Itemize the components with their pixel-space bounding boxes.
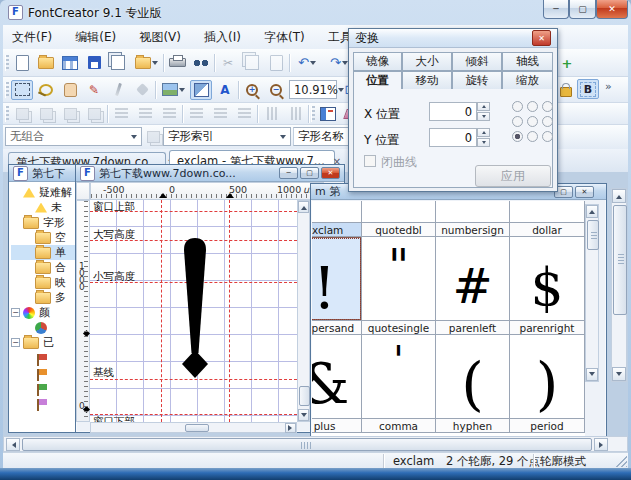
glyph-header-numbersign[interactable]: numbersign (436, 223, 510, 237)
transform-dialog-titlebar[interactable]: 变换 ✕ (349, 29, 557, 48)
anchor-middle-center-radio[interactable] (527, 116, 538, 127)
y-spin-up[interactable] (477, 128, 490, 137)
hscroll-thumb[interactable] (22, 438, 592, 451)
anchor-top-left-radio[interactable] (512, 101, 523, 112)
toggle-contour-button[interactable] (190, 80, 212, 100)
glyph-header-dollar[interactable]: dollar (510, 223, 585, 237)
menu-edit[interactable]: 编辑(E) (66, 25, 125, 50)
lasso-tool-button[interactable] (35, 80, 57, 100)
workspace-vscrollbar[interactable] (611, 188, 627, 382)
vscroll-thumb[interactable] (587, 220, 599, 250)
anchor-bottom-right-radio[interactable] (542, 131, 553, 142)
anchor-middle-right-radio[interactable] (542, 116, 553, 127)
scroll-right-arrow[interactable] (594, 438, 608, 451)
glyph-header-plus[interactable]: plus (312, 419, 362, 433)
glyph-right-marker[interactable] (226, 189, 234, 198)
maximize-button[interactable]: ▢ (569, 0, 596, 19)
glyph-header-quotesingle[interactable]: quotesingle (362, 321, 436, 335)
dialog-close-button[interactable]: ✕ (532, 30, 551, 46)
collapse-icon[interactable]: − (11, 338, 20, 347)
grid-cell-sliver[interactable] (436, 201, 510, 223)
glyph-header-quotedbl[interactable]: quotedbl (362, 223, 436, 237)
close-button[interactable]: ✕ (596, 0, 628, 19)
glyph-name-box[interactable]: 字形名称 (293, 127, 353, 146)
window-close-button[interactable]: ✕ (321, 167, 340, 179)
bring-forward-button[interactable] (35, 104, 57, 124)
align-right-button[interactable] (158, 104, 180, 124)
zoom-in-button[interactable]: + (241, 80, 263, 100)
align-middle-button[interactable] (209, 104, 231, 124)
knife-tool-button[interactable] (107, 80, 129, 100)
glyph-left-marker[interactable] (159, 189, 167, 198)
dialog-tab-rotate[interactable]: 旋转 (452, 71, 502, 90)
window-maximize-button[interactable]: ▢ (300, 167, 319, 179)
draw-tool-button[interactable]: ✎ (83, 80, 105, 100)
scroll-left-arrow[interactable] (6, 438, 20, 451)
cut-button[interactable]: ✂ (217, 53, 239, 73)
scroll-down-arrow[interactable] (612, 367, 626, 381)
glyph-cell-ampersand[interactable]: & (312, 335, 362, 419)
composite-combobox[interactable]: 无组合 (5, 127, 142, 146)
glyph-cell-quotedbl[interactable]: " (362, 237, 436, 321)
glyph-cell-exclam[interactable]: ! (312, 237, 362, 321)
window-close-button[interactable]: ✕ (575, 186, 594, 198)
menu-font[interactable]: 字体(T) (255, 25, 314, 50)
toolbar-grip[interactable] (5, 82, 9, 98)
vscroll-thumb[interactable] (299, 386, 310, 406)
distribute-vertical-button[interactable] (284, 104, 306, 124)
x-position-input[interactable]: 0 (429, 102, 477, 121)
menu-view[interactable]: 视图(V) (130, 25, 190, 50)
zoom-level-combobox[interactable]: 10.91% (289, 80, 337, 99)
workspace-hscrollbar[interactable] (3, 436, 628, 452)
vscroll-thumb[interactable] (613, 205, 627, 315)
glyph-cell-dollar[interactable]: $ (510, 237, 585, 321)
dialog-tab-mirror[interactable]: 镜像 (353, 52, 402, 71)
anchor-top-center-radio[interactable] (527, 101, 538, 112)
hscroll-thumb[interactable] (185, 424, 209, 432)
distribute-horizontal-button[interactable] (260, 104, 282, 124)
grid-vscrollbar[interactable] (585, 204, 599, 382)
font-overview-button[interactable] (59, 53, 81, 73)
toggle-labels-button[interactable]: A (214, 80, 236, 100)
glyph-cell-parenright[interactable]: ) (510, 335, 585, 419)
align-center-button[interactable] (134, 104, 156, 124)
grid-cell-sliver[interactable] (510, 201, 585, 223)
x-spin-up[interactable] (477, 102, 490, 111)
dialog-tab-scale[interactable]: 缩放 (502, 71, 553, 90)
grid-cell-sliver[interactable] (362, 201, 436, 223)
fill-tool-button[interactable] (131, 80, 153, 100)
copy-glyphs-button[interactable] (107, 53, 129, 73)
open-font-button[interactable] (35, 53, 57, 73)
menu-insert[interactable]: 插入(I) (195, 25, 250, 50)
bold-outline-button[interactable]: B (577, 79, 599, 99)
undo-button[interactable]: ↶ (292, 53, 322, 73)
composite-apply-button[interactable] (144, 127, 162, 146)
scroll-down-arrow[interactable] (586, 368, 598, 381)
window-minimize-button[interactable]: ─ (279, 167, 298, 179)
y-spin-down[interactable] (477, 138, 490, 147)
y-position-input[interactable]: 0 (429, 128, 477, 147)
export-font-button[interactable] (131, 53, 161, 73)
add-glyph-button[interactable]: + (556, 53, 578, 73)
new-font-button[interactable] (11, 53, 33, 73)
align-left-button[interactable] (110, 104, 132, 124)
select-tool-button[interactable] (11, 80, 33, 100)
glyph-index-combobox[interactable]: 字形索引 (163, 127, 291, 146)
minimize-button[interactable]: ─ (543, 0, 569, 19)
anchor-middle-left-radio[interactable] (512, 116, 523, 127)
scroll-up-arrow[interactable] (298, 201, 309, 213)
glyph-header-parenright[interactable]: parenright (510, 321, 585, 335)
glyph-header-ampersand[interactable]: ampersand (312, 321, 362, 335)
bring-to-front-button[interactable] (11, 104, 33, 124)
dialog-tab-size[interactable]: 大小 (402, 52, 452, 71)
canvas-vscrollbar[interactable] (297, 200, 310, 422)
scroll-up-arrow[interactable] (612, 189, 626, 203)
glyph-header-exclam[interactable]: exclam (312, 223, 362, 237)
grid-cell-sliver[interactable] (312, 201, 362, 223)
dialog-tab-position[interactable]: 位置 (353, 71, 402, 90)
canvas-hscrollbar[interactable] (90, 422, 297, 433)
apply-button[interactable]: 应用 (475, 165, 551, 187)
glyph-cell-quotesingle[interactable]: ' (362, 335, 436, 419)
glyph-header-comma[interactable]: comma (362, 419, 436, 433)
glyph-header-parenleft[interactable]: parenleft (436, 321, 510, 335)
